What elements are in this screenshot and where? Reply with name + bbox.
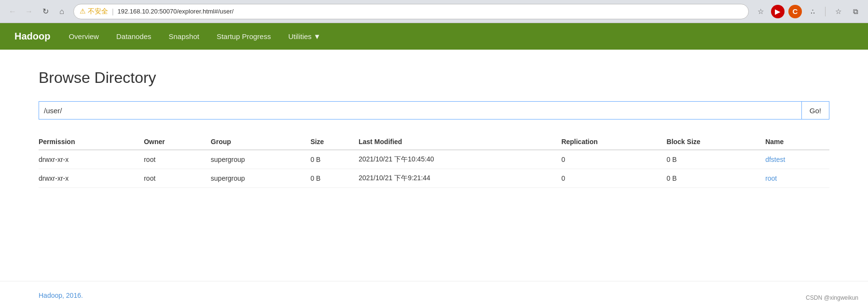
- collections-button[interactable]: ⧉: [849, 5, 862, 18]
- col-replication: Replication: [561, 134, 666, 150]
- youtube-button[interactable]: ▶: [771, 5, 785, 18]
- bookmark-star-button[interactable]: ☆: [754, 5, 767, 18]
- row1-owner: root: [144, 150, 211, 169]
- table-row: drwxr-xr-x root supergroup 0 B 2021/10/2…: [39, 169, 829, 188]
- home-button[interactable]: ⌂: [55, 5, 69, 18]
- row2-owner: root: [144, 169, 211, 188]
- row1-permission: drwxr-xr-x: [39, 150, 144, 169]
- row2-permission: drwxr-xr-x: [39, 169, 144, 188]
- footer-text: Hadoop, 2016.: [39, 292, 83, 299]
- security-warning-icon: ⚠ 不安全: [80, 7, 108, 16]
- col-name: Name: [765, 134, 829, 150]
- main-content: Browse Directory Go! Permission Owner Gr…: [0, 50, 868, 281]
- chevron-down-icon: ▼: [314, 32, 321, 40]
- row1-size: 0 B: [310, 150, 358, 169]
- nav-link-overview[interactable]: Overview: [60, 23, 108, 50]
- favorites-button[interactable]: ☆: [831, 5, 845, 18]
- divider: [825, 7, 826, 16]
- directory-table: Permission Owner Group Size Last Modifie…: [39, 134, 829, 188]
- row1-replication: 0: [561, 150, 666, 169]
- nav-link-startup-progress[interactable]: Startup Progress: [208, 23, 280, 50]
- path-input[interactable]: [39, 101, 801, 120]
- col-last-modified: Last Modified: [358, 134, 561, 150]
- path-input-row: Go!: [39, 101, 829, 120]
- col-block-size: Block Size: [667, 134, 766, 150]
- extensions-button[interactable]: ⛬: [806, 5, 819, 18]
- row1-group: supergroup: [211, 150, 311, 169]
- row2-name-link[interactable]: root: [765, 174, 777, 182]
- row1-name[interactable]: dfstest: [765, 150, 829, 169]
- nav-link-snapshot[interactable]: Snapshot: [160, 23, 208, 50]
- profile-button[interactable]: C: [788, 5, 802, 18]
- hadoop-brand: Hadoop: [14, 31, 50, 42]
- row2-last-modified: 2021/10/21 下午9:21:44: [358, 169, 561, 188]
- row2-group: supergroup: [211, 169, 311, 188]
- go-button[interactable]: Go!: [801, 101, 829, 120]
- col-group: Group: [211, 134, 311, 150]
- row1-name-link[interactable]: dfstest: [765, 156, 785, 163]
- row2-block-size: 0 B: [667, 169, 766, 188]
- browser-actions: ☆ ▶ C ⛬ ☆ ⧉: [754, 5, 862, 18]
- table-header-row: Permission Owner Group Size Last Modifie…: [39, 134, 829, 150]
- utilities-label: Utilities: [288, 32, 311, 40]
- nav-link-datanodes[interactable]: Datanodes: [108, 23, 160, 50]
- table-header: Permission Owner Group Size Last Modifie…: [39, 134, 829, 150]
- address-text: 192.168.10.20:50070/explorer.html#/user/: [118, 8, 234, 15]
- page-title: Browse Directory: [39, 69, 829, 87]
- nav-buttons: ← → ↻ ⌂: [6, 5, 69, 18]
- row2-size: 0 B: [310, 169, 358, 188]
- address-separator: |: [112, 8, 114, 15]
- nav-link-utilities[interactable]: Utilities ▼: [279, 23, 329, 50]
- row2-replication: 0: [561, 169, 666, 188]
- forward-button[interactable]: →: [22, 5, 36, 18]
- table-body: drwxr-xr-x root supergroup 0 B 2021/10/2…: [39, 150, 829, 188]
- page-footer: Hadoop, 2016.: [0, 281, 868, 306]
- nav-links: Overview Datanodes Snapshot Startup Prog…: [60, 23, 329, 50]
- table-row: drwxr-xr-x root supergroup 0 B 2021/10/2…: [39, 150, 829, 169]
- row1-last-modified: 2021/10/21 下午10:45:40: [358, 150, 561, 169]
- address-bar[interactable]: ⚠ 不安全 | 192.168.10.20:50070/explorer.htm…: [73, 4, 749, 19]
- col-permission: Permission: [39, 134, 144, 150]
- col-size: Size: [310, 134, 358, 150]
- col-owner: Owner: [144, 134, 211, 150]
- back-button[interactable]: ←: [6, 5, 19, 18]
- row1-block-size: 0 B: [667, 150, 766, 169]
- hadoop-navbar: Hadoop Overview Datanodes Snapshot Start…: [0, 23, 868, 50]
- browser-chrome: ← → ↻ ⌂ ⚠ 不安全 | 192.168.10.20:50070/expl…: [0, 0, 868, 23]
- reload-button[interactable]: ↻: [39, 5, 52, 18]
- row2-name[interactable]: root: [765, 169, 829, 188]
- footer-credit: CSDN @xingweikun: [806, 294, 858, 301]
